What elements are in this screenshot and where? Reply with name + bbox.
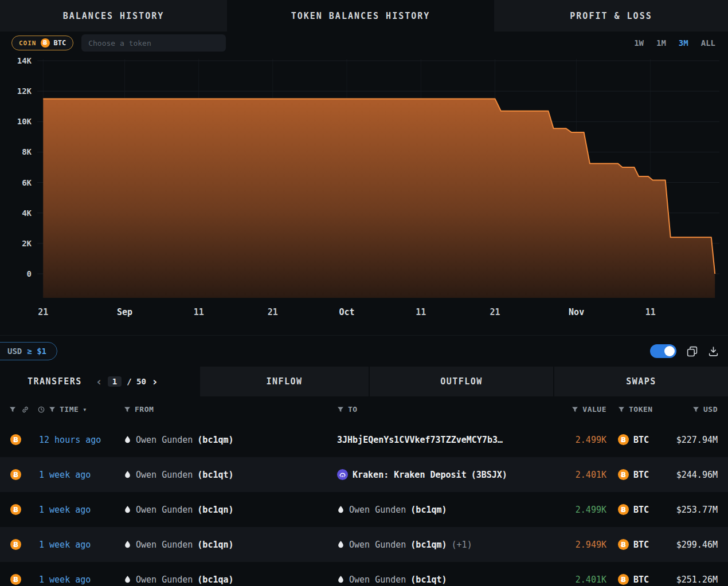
transaction-time-link[interactable]: 1 week ago: [39, 575, 91, 585]
btc-icon: Ƀ: [10, 504, 21, 515]
to-name: Owen Gunden: [349, 540, 406, 550]
filter-icon[interactable]: [618, 406, 625, 413]
pagination: ‹1/ 50›: [96, 376, 158, 387]
download-icon[interactable]: [708, 346, 719, 357]
range-1m[interactable]: 1M: [656, 38, 666, 48]
clock-icon[interactable]: [38, 406, 45, 413]
svg-text:12K: 12K: [17, 86, 32, 96]
from-cell[interactable]: Owen Gunden (bc1qm): [118, 435, 331, 445]
range-3m[interactable]: 3M: [679, 38, 688, 48]
tab-profit-loss[interactable]: PROFIT & LOSS: [494, 0, 728, 32]
svg-text:4K: 4K: [22, 209, 32, 218]
filter-icon[interactable]: [124, 406, 131, 413]
pagination-prev-icon[interactable]: ‹: [96, 376, 103, 387]
table-header: TIME ▾ FROM TO VALUE TOKEN USD: [0, 396, 728, 422]
table-row[interactable]: Ƀ 1 week ago Owen Gunden (bc1qn) Owen Gu…: [0, 527, 728, 562]
svg-text:21: 21: [38, 307, 48, 317]
from-name: Owen Gunden: [136, 505, 193, 515]
column-header-usd[interactable]: USD: [703, 405, 718, 414]
copy-icon[interactable]: [687, 346, 698, 357]
to-name: Owen Gunden: [349, 505, 406, 515]
token-search-input[interactable]: [81, 34, 226, 52]
from-cell[interactable]: Owen Gunden (bc1qn): [118, 505, 331, 515]
column-header-time[interactable]: TIME: [60, 405, 79, 414]
token-balance-chart: 02K4K6K8K10K12K14K21Sep1121Oct1121Nov11: [0, 54, 728, 335]
to-address: (bc1qm): [410, 505, 447, 515]
filter-icon[interactable]: [9, 406, 16, 413]
to-cell[interactable]: 3JHbjEQenYs1CVVkef73TZZveMCY7b3…: [331, 435, 561, 445]
transaction-time-link[interactable]: 1 week ago: [39, 505, 91, 515]
transfer-value: 2.401K: [576, 575, 606, 585]
to-address: (bc1qt): [410, 575, 447, 585]
entity-icon: [337, 575, 345, 584]
coin-filter-chip[interactable]: COIN Ƀ BTC: [11, 36, 73, 50]
filter-icon[interactable]: [337, 406, 344, 413]
tab-balances-history[interactable]: BALANCES HISTORY: [0, 0, 227, 32]
tab-token-balances-history[interactable]: TOKEN BALANCES HISTORY: [227, 0, 494, 32]
usd-value: $299.46M: [676, 540, 718, 550]
usd-value: $244.96M: [676, 470, 718, 480]
usd-filter-chip[interactable]: USD ≥ $1: [0, 342, 57, 360]
from-address: (bc1qn): [197, 505, 233, 515]
filter-icon[interactable]: [572, 406, 578, 413]
entity-icon: [124, 435, 131, 444]
entity-icon: [124, 505, 131, 514]
tab-outflow[interactable]: OUTFLOW: [369, 367, 553, 396]
transaction-time-link[interactable]: 12 hours ago: [39, 435, 101, 445]
token-label: BTC: [633, 435, 649, 445]
column-header-token[interactable]: TOKEN: [629, 405, 653, 414]
transfer-value: 2.401K: [576, 470, 606, 480]
btc-icon: Ƀ: [10, 539, 21, 550]
usd-filter-condition: ≥ $1: [27, 347, 46, 356]
to-cell[interactable]: Owen Gunden (bc1qm): [331, 505, 561, 515]
to-cell[interactable]: Owen Gunden (bc1qm) (+1): [331, 540, 561, 550]
table-row[interactable]: Ƀ 1 week ago Owen Gunden (bc1qa) Owen Gu…: [0, 562, 728, 586]
filter-icon[interactable]: [49, 406, 56, 413]
tab-transfers[interactable]: TRANSFERS‹1/ 50›: [0, 367, 199, 396]
svg-text:Sep: Sep: [117, 307, 132, 317]
column-header-from[interactable]: FROM: [135, 405, 154, 414]
table-row[interactable]: Ƀ 12 hours ago Owen Gunden (bc1qm) 3JHbj…: [0, 422, 728, 457]
from-cell[interactable]: Owen Gunden (bc1qn): [118, 540, 331, 550]
token-label: BTC: [633, 505, 649, 515]
table-row[interactable]: Ƀ 1 week ago Owen Gunden (bc1qt) Kraken:…: [0, 457, 728, 492]
to-address: (3BSJX): [471, 470, 507, 480]
to-cell[interactable]: Owen Gunden (bc1qt): [331, 575, 561, 585]
range-all[interactable]: ALL: [701, 38, 715, 48]
table-row[interactable]: Ƀ 1 week ago Owen Gunden (bc1qn) Owen Gu…: [0, 492, 728, 527]
filter-icon[interactable]: [692, 406, 699, 413]
svg-text:2K: 2K: [22, 239, 32, 248]
column-header-value[interactable]: VALUE: [582, 405, 606, 414]
token-label: BTC: [633, 575, 649, 585]
coin-chip-label: COIN: [19, 40, 37, 47]
filter-toggle[interactable]: [650, 344, 676, 358]
from-name: Owen Gunden: [136, 540, 193, 550]
svg-text:21: 21: [490, 307, 500, 317]
range-1w[interactable]: 1W: [634, 38, 644, 48]
btc-icon: Ƀ: [618, 504, 629, 515]
column-header-to[interactable]: TO: [348, 405, 358, 414]
svg-text:11: 11: [416, 307, 426, 317]
btc-icon: Ƀ: [618, 469, 629, 480]
svg-text:Oct: Oct: [339, 307, 355, 317]
tab-inflow[interactable]: INFLOW: [199, 367, 369, 396]
transaction-time-link[interactable]: 1 week ago: [39, 540, 91, 550]
to-name: Kraken: Kraken Deposit: [353, 470, 467, 480]
pagination-next-icon[interactable]: ›: [151, 376, 158, 387]
from-cell[interactable]: Owen Gunden (bc1qt): [118, 470, 331, 480]
btc-icon: Ƀ: [10, 574, 21, 585]
to-cell[interactable]: Kraken: Kraken Deposit (3BSJX): [331, 469, 561, 480]
chart-filter-bar: COIN Ƀ BTC 1W1M3MALL: [0, 32, 728, 54]
link-icon[interactable]: [22, 406, 29, 413]
btc-icon: Ƀ: [618, 434, 629, 445]
from-cell[interactable]: Owen Gunden (bc1qa): [118, 575, 331, 585]
svg-text:11: 11: [194, 307, 204, 317]
time-range-selector: 1W1M3MALL: [634, 38, 715, 48]
from-name: Owen Gunden: [136, 575, 193, 585]
tab-swaps[interactable]: SWAPS: [553, 367, 728, 396]
transfers-table: Ƀ 12 hours ago Owen Gunden (bc1qm) 3JHbj…: [0, 422, 728, 586]
btc-icon: Ƀ: [618, 574, 629, 585]
btc-icon: Ƀ: [41, 38, 50, 48]
transaction-time-link[interactable]: 1 week ago: [39, 470, 91, 480]
from-name: Owen Gunden: [136, 470, 193, 480]
